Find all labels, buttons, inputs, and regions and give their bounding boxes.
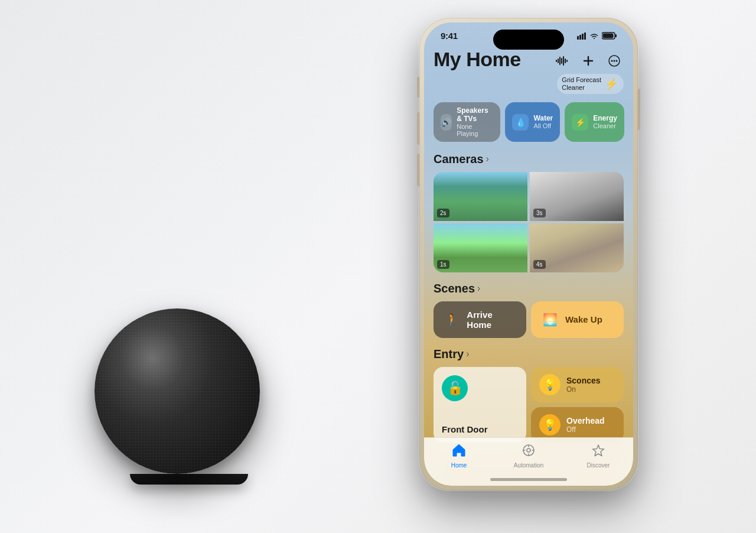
speakers-icon: 🔊 [441,114,452,131]
svg-rect-9 [559,57,561,65]
grid-forecast-status: Cleaner [562,84,601,92]
screen-content: My Home [424,46,633,450]
arrive-home-icon: 🚶 [443,310,461,329]
svg-rect-12 [565,58,566,63]
tab-automation-label: Automation [514,462,544,469]
svg-rect-8 [558,58,559,63]
overhead-label: Overhead [566,416,605,425]
svg-rect-7 [556,60,557,62]
wifi-icon [589,32,599,40]
status-chips: 🔊 Speakers & TVs None Playing 💧 Water Al… [434,102,624,142]
entry-section-header[interactable]: Entry › [434,347,624,361]
svg-rect-3 [584,32,586,40]
wake-up-scene[interactable]: 🌅 Wake Up [531,301,624,338]
svg-point-16 [614,60,615,62]
more-button[interactable] [605,51,624,70]
homepod-body [94,308,260,474]
homepod-sheen [119,325,185,391]
iphone-frame: 9:41 [419,18,638,490]
svg-rect-11 [563,56,564,66]
homepod-base [130,474,248,485]
svg-point-15 [611,60,613,62]
header-actions [553,51,624,70]
wake-up-icon: 🌅 [540,310,559,329]
silent-switch[interactable] [417,77,419,98]
speakers-chip[interactable]: 🔊 Speakers & TVs None Playing [434,102,500,142]
svg-rect-10 [561,58,562,64]
svg-marker-20 [593,445,604,456]
tab-discover[interactable]: Discover [563,444,633,469]
status-icons [577,32,617,40]
camera-3-time: 1s [437,260,449,269]
sconces-label: Sconces [566,376,601,385]
cameras-section-header[interactable]: Cameras › [434,152,624,166]
arrive-home-label: Arrive Home [467,310,517,330]
front-door-card[interactable]: 🔓 Front Door [434,367,526,443]
wake-up-label: Wake Up [565,314,602,324]
tab-discover-label: Discover [587,462,610,469]
tab-automation[interactable]: Automation [494,444,563,469]
discover-tab-icon [592,444,605,460]
sconces-status: On [566,385,601,394]
scenes-section-header[interactable]: Scenes › [434,282,624,295]
iphone-device: 9:41 [419,18,638,490]
grid-forecast-label: Grid Forecast [562,76,601,84]
tab-home-label: Home [451,462,467,469]
scenes-grid: 🚶 Arrive Home 🌅 Wake Up [434,301,624,338]
water-status: All Off [533,122,553,129]
svg-point-19 [527,448,530,452]
camera-3[interactable]: 1s [434,223,527,272]
water-icon: 💧 [512,114,529,131]
camera-4-time: 4s [533,260,546,269]
scenes-arrow-icon: › [477,283,480,294]
tab-home[interactable]: Home [424,444,494,469]
svg-rect-6 [603,34,614,38]
water-chip[interactable]: 💧 Water All Off [505,102,560,142]
camera-1[interactable]: 2s [434,172,527,221]
lightning-icon: ⚡ [605,77,618,90]
sconces-card[interactable]: 💡 Sconces On [531,367,624,402]
automation-tab-icon [522,444,535,460]
speakers-label: Speakers & TVs [457,107,493,122]
svg-rect-5 [615,34,617,37]
waveform-button[interactable] [553,51,572,70]
homepod-mesh [94,308,260,474]
app-header: My Home [434,46,624,94]
battery-icon [602,32,617,40]
camera-2[interactable]: 3s [530,172,624,221]
signal-icon [577,32,586,40]
add-button[interactable] [579,51,598,70]
status-time: 9:41 [441,31,458,41]
camera-2-time: 3s [533,209,546,217]
entry-grid: 🔓 Front Door 💡 Sconces On 💡 Overhead [434,367,624,443]
volume-up-button[interactable] [417,112,419,145]
home-tab-icon [452,444,466,460]
speakers-status: None Playing [457,123,493,137]
svg-rect-0 [577,36,579,40]
dynamic-island [493,30,564,50]
svg-rect-1 [579,35,581,40]
volume-down-button[interactable] [417,154,419,186]
energy-icon: ⚡ [572,114,588,131]
page-title: My Home [434,48,521,71]
entry-title: Entry [434,347,464,361]
arrive-home-scene[interactable]: 🚶 Arrive Home [434,301,526,338]
cameras-grid: 2s 3s 1s 4s [434,172,624,272]
overhead-status: Off [566,425,605,434]
entry-arrow-icon: › [466,349,469,359]
front-door-icon: 🔓 [442,375,468,401]
svg-rect-13 [566,60,568,62]
svg-point-17 [616,60,618,62]
overhead-icon: 💡 [539,414,561,436]
grid-forecast-badge[interactable]: Grid Forecast Cleaner ⚡ [557,74,624,94]
svg-rect-2 [582,34,584,40]
cameras-arrow-icon: › [486,154,489,164]
cameras-title: Cameras [434,152,484,166]
energy-chip[interactable]: ⚡ Energy Cleaner [565,102,624,142]
iphone-screen: 9:41 [424,22,633,486]
camera-1-time: 2s [437,209,449,217]
power-button[interactable] [638,89,640,130]
energy-status: Cleaner [593,122,617,129]
home-indicator [490,478,567,481]
camera-4[interactable]: 4s [530,223,624,272]
